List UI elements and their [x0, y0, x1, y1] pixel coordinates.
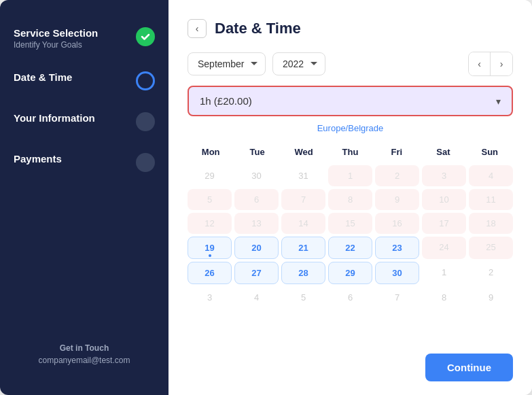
day-header: Sun [467, 143, 513, 161]
day-header: Thu [327, 143, 373, 161]
calendar-day: 6 [328, 287, 372, 308]
calendar-day[interactable]: 29 [328, 262, 372, 284]
year-select[interactable]: 20202021202220232024 [272, 52, 325, 75]
duration-dropdown[interactable]: 1h (£20.00) ▾ [188, 86, 513, 116]
sidebar-item-payments[interactable]: Payments [0, 142, 169, 183]
sidebar-item-title: Payments [14, 153, 136, 165]
calendar-day: 16 [375, 213, 419, 234]
calendar-day[interactable]: 19 [188, 237, 232, 259]
main-footer: Continue [188, 344, 513, 381]
calendar-day: 5 [281, 287, 325, 308]
calendar-grid: 2930311234567891011121314151617181920212… [188, 165, 513, 308]
calendar-day: 6 [234, 189, 279, 210]
back-button[interactable]: ‹ [188, 19, 207, 38]
contact-email: companyemail@test.com [14, 356, 155, 365]
calendar-day: 4 [469, 165, 513, 186]
calendar-day: 11 [469, 189, 513, 210]
calendar-day: 18 [469, 213, 513, 234]
sidebar-item-date-time[interactable]: Date & Time [0, 61, 169, 101]
day-header: Sat [420, 143, 466, 161]
calendar: MonTueWedThuFriSatSun 293031123456789101… [188, 143, 513, 344]
calendar-day: 29 [188, 165, 232, 186]
calendar-day: 13 [234, 213, 279, 234]
duration-label: 1h (£20.00) [200, 95, 252, 107]
calendar-day: 30 [234, 165, 279, 186]
main-content: ‹ Date & Time JanuaryFebruaryMarchAprilM… [169, 0, 532, 395]
calendar-day: 7 [375, 287, 419, 308]
calendar-day[interactable]: 28 [281, 262, 325, 284]
calendar-day: 31 [281, 165, 325, 186]
calendar-day: 1 [328, 165, 372, 186]
calendar-day: 3 [422, 165, 466, 186]
calendar-day[interactable]: 30 [375, 262, 419, 284]
calendar-day: 14 [281, 213, 325, 234]
calendar-day: 2 [375, 165, 419, 186]
calendar-day: 10 [422, 189, 466, 210]
get-in-touch-label: Get in Touch [14, 343, 155, 353]
calendar-controls: JanuaryFebruaryMarchAprilMayJuneJulyAugu… [188, 52, 513, 76]
sidebar-item-title: Your Information [14, 112, 136, 124]
calendar-nav: ‹ › [468, 52, 513, 76]
calendar-day: 1 [422, 262, 466, 284]
day-header: Wed [281, 143, 327, 161]
calendar-day: 4 [234, 287, 279, 308]
check-icon [136, 27, 155, 46]
calendar-day[interactable]: 22 [328, 237, 372, 259]
month-select[interactable]: JanuaryFebruaryMarchAprilMayJuneJulyAugu… [188, 52, 266, 75]
calendar-day: 8 [422, 287, 466, 308]
sidebar-footer: Get in Touch companyemail@test.com [0, 330, 169, 379]
page-title: Date & Time [215, 20, 301, 37]
calendar-day: 9 [375, 189, 419, 210]
calendar-day: 24 [422, 237, 466, 259]
day-header: Tue [234, 143, 280, 161]
sidebar: Service SelectionIdentify Your GoalsDate… [0, 0, 169, 395]
timezone-label: Europe/Belgrade [188, 123, 513, 133]
sidebar-item-your-information[interactable]: Your Information [0, 101, 169, 142]
sidebar-item-title: Service Selection [14, 27, 136, 39]
inactive-icon [136, 153, 155, 172]
calendar-day: 17 [422, 213, 466, 234]
day-header: Mon [188, 143, 234, 161]
calendar-day: 15 [328, 213, 372, 234]
calendar-day[interactable]: 20 [234, 237, 279, 259]
calendar-day: 8 [328, 189, 372, 210]
sidebar-item-title: Date & Time [14, 71, 136, 83]
calendar-day-headers: MonTueWedThuFriSatSun [188, 143, 513, 161]
calendar-day[interactable]: 23 [375, 237, 419, 259]
continue-button[interactable]: Continue [425, 354, 513, 381]
calendar-day: 25 [469, 237, 513, 259]
calendar-day: 9 [469, 287, 513, 308]
active-icon [136, 71, 155, 90]
prev-month-button[interactable]: ‹ [469, 52, 491, 75]
sidebar-item-service-selection[interactable]: Service SelectionIdentify Your Goals [0, 16, 169, 61]
calendar-day: 5 [188, 189, 232, 210]
calendar-day: 2 [469, 262, 513, 284]
calendar-day: 12 [188, 213, 232, 234]
main-header: ‹ Date & Time [188, 19, 513, 38]
calendar-day[interactable]: 21 [281, 237, 325, 259]
calendar-day[interactable]: 26 [188, 262, 232, 284]
sidebar-item-subtitle: Identify Your Goals [14, 40, 136, 50]
calendar-day[interactable]: 27 [234, 262, 279, 284]
chevron-down-icon: ▾ [496, 96, 501, 107]
calendar-day: 7 [281, 189, 325, 210]
calendar-day: 3 [188, 287, 232, 308]
next-month-button[interactable]: › [491, 52, 512, 75]
inactive-icon [136, 112, 155, 131]
day-header: Fri [374, 143, 420, 161]
